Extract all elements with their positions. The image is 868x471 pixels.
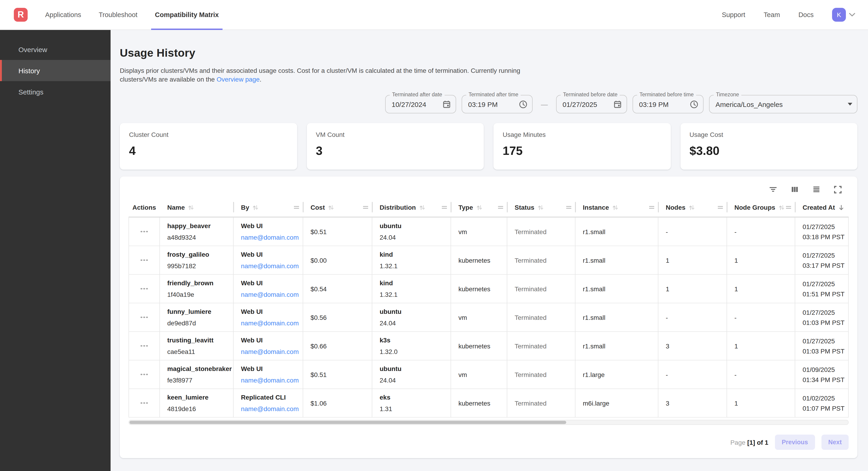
column-header-created-at[interactable]: Created At <box>795 198 849 216</box>
nav-compatibility-matrix[interactable]: Compatibility Matrix <box>155 0 219 30</box>
more-actions-icon[interactable] <box>141 374 148 375</box>
terminated-before-date-field[interactable]: Terminated before date 01/27/2025 <box>556 95 627 113</box>
sort-icon[interactable] <box>252 204 258 211</box>
nav-docs[interactable]: Docs <box>799 0 814 30</box>
table-row: funny_lumierede9ed87d Web UIname@domain.… <box>128 303 849 332</box>
timezone-select[interactable]: Timezone America/Los_Angeles <box>709 95 858 113</box>
sort-icon[interactable] <box>689 204 695 211</box>
sort-icon[interactable] <box>188 204 194 211</box>
nav-support[interactable]: Support <box>722 0 745 30</box>
terminated-after-time-value[interactable]: 03:19 PM <box>468 100 498 108</box>
more-actions-icon[interactable] <box>141 260 148 261</box>
column-header-by[interactable]: By <box>234 198 303 216</box>
more-actions-icon[interactable] <box>141 345 148 347</box>
horizontal-scrollbar[interactable] <box>128 420 849 425</box>
column-header-node-groups[interactable]: Node Groups <box>727 198 795 216</box>
column-header-instance[interactable]: Instance <box>576 198 658 216</box>
nodes-cell: - <box>658 360 727 388</box>
type-cell: kubernetes <box>451 246 507 274</box>
email-link[interactable]: name@domain.com <box>241 319 303 327</box>
column-menu-icon[interactable] <box>649 206 654 209</box>
next-button[interactable]: Next <box>821 435 849 450</box>
terminated-before-time-value[interactable]: 03:19 PM <box>639 100 669 108</box>
email-link[interactable]: name@domain.com <box>241 234 303 241</box>
dropdown-caret-icon[interactable] <box>848 103 852 106</box>
terminated-before-date-value[interactable]: 01/27/2025 <box>562 100 597 108</box>
sort-desc-icon[interactable] <box>838 204 845 211</box>
column-header-cost[interactable]: Cost <box>303 198 372 216</box>
cost-cell: $0.51 <box>303 217 372 246</box>
column-menu-icon[interactable] <box>294 206 299 209</box>
sort-icon[interactable] <box>538 204 544 211</box>
email-link[interactable]: name@domain.com <box>241 262 303 270</box>
page-indicator: Page [1] of 1 <box>730 439 768 446</box>
sidebar-item-settings[interactable]: Settings <box>0 81 111 102</box>
terminated-after-time-label: Terminated after time <box>466 92 521 97</box>
calendar-icon[interactable] <box>442 100 451 109</box>
user-avatar[interactable]: K <box>832 8 846 22</box>
sort-icon[interactable] <box>419 204 425 211</box>
column-menu-icon[interactable] <box>442 206 447 209</box>
density-icon[interactable] <box>812 185 821 194</box>
node-groups-cell: 1 <box>727 246 795 274</box>
chevron-down-icon[interactable] <box>849 13 855 17</box>
fullscreen-icon[interactable] <box>833 185 842 194</box>
user-menu[interactable]: K <box>832 8 855 22</box>
column-header-status[interactable]: Status <box>507 198 576 216</box>
by-cell: Replicated CLIname@domain.com <box>234 389 303 417</box>
email-link[interactable]: name@domain.com <box>241 291 303 298</box>
instance-cell: r1.small <box>576 217 658 246</box>
nav-applications[interactable]: Applications <box>45 0 81 30</box>
clock-icon[interactable] <box>519 100 528 109</box>
previous-button[interactable]: Previous <box>775 435 815 450</box>
column-menu-icon[interactable] <box>786 206 791 209</box>
columns-icon[interactable] <box>790 185 799 194</box>
node-groups-cell: - <box>727 303 795 331</box>
stat-value: 175 <box>503 144 661 158</box>
more-actions-icon[interactable] <box>141 317 148 318</box>
replicated-logo[interactable]: R <box>14 8 28 22</box>
nav-team[interactable]: Team <box>764 0 780 30</box>
terminated-after-date-value[interactable]: 10/27/2024 <box>392 100 426 108</box>
sidebar-item-overview[interactable]: Overview <box>0 39 111 60</box>
sort-icon[interactable] <box>778 204 784 211</box>
email-link[interactable]: name@domain.com <box>241 405 303 412</box>
sort-icon[interactable] <box>476 204 482 211</box>
column-header-name[interactable]: Name <box>160 198 234 216</box>
filter-icon[interactable] <box>769 185 778 194</box>
name-cell: trusting_leavittcae5ea11 <box>160 332 234 360</box>
nav-troubleshoot[interactable]: Troubleshoot <box>99 0 137 30</box>
sidebar-item-history[interactable]: History <box>0 60 111 81</box>
more-actions-icon[interactable] <box>141 231 148 233</box>
terminated-after-time-field[interactable]: Terminated after time 03:19 PM <box>462 95 533 113</box>
name-cell: funny_lumierede9ed87d <box>160 303 234 331</box>
terminated-after-date-field[interactable]: Terminated after date 10/27/2024 <box>385 95 456 113</box>
column-header-type[interactable]: Type <box>451 198 507 216</box>
column-menu-icon[interactable] <box>363 206 368 209</box>
node-groups-cell: 1 <box>727 389 795 417</box>
terminated-before-time-field[interactable]: Terminated before time 03:19 PM <box>632 95 704 113</box>
node-groups-cell: 1 <box>727 275 795 303</box>
email-link[interactable]: name@domain.com <box>241 377 303 384</box>
more-actions-icon[interactable] <box>141 402 148 404</box>
table-row: keen_lumiere4819de16 Replicated CLIname@… <box>128 389 849 417</box>
overview-page-link[interactable]: Overview page <box>217 76 259 83</box>
cost-cell: $0.54 <box>303 275 372 303</box>
sort-icon[interactable] <box>612 204 618 211</box>
column-header-nodes[interactable]: Nodes <box>658 198 727 216</box>
column-menu-icon[interactable] <box>718 206 723 209</box>
more-actions-icon[interactable] <box>141 288 148 290</box>
clock-icon[interactable] <box>690 100 699 109</box>
email-link[interactable]: name@domain.com <box>241 348 303 355</box>
timezone-value[interactable]: America/Los_Angeles <box>715 100 783 108</box>
scrollbar-thumb[interactable] <box>129 421 566 424</box>
by-cell: Web UIname@domain.com <box>234 303 303 331</box>
calendar-icon[interactable] <box>613 100 622 109</box>
column-menu-icon[interactable] <box>498 206 503 209</box>
column-menu-icon[interactable] <box>566 206 571 209</box>
name-cell: friendly_brown1f40a19e <box>160 275 234 303</box>
distribution-cell: kind1.32.1 <box>372 275 451 303</box>
page-title: Usage History <box>120 47 858 59</box>
sort-icon[interactable] <box>328 204 334 211</box>
column-header-distribution[interactable]: Distribution <box>372 198 451 216</box>
